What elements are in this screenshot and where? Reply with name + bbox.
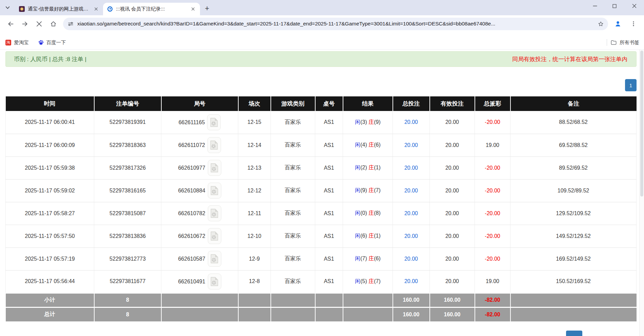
browser-menu-button[interactable] [626, 17, 641, 31]
bookmarks-divider [607, 39, 607, 46]
cell-remark: 109.52/89.52 [510, 179, 637, 202]
cell-remark: 69.52/88.52 [510, 134, 637, 156]
tab-close-icon[interactable] [92, 5, 100, 13]
bet-row: 2025-11-17 06:00:09522973818363662611072… [6, 134, 637, 156]
bet-row: 2025-11-17 05:57:19522973812773662610587… [6, 247, 637, 270]
video-replay-button[interactable] [208, 274, 221, 290]
summary-remark [510, 293, 637, 307]
summary-payout: -82.00 [475, 307, 510, 321]
cell-total-bet: 20.00 [393, 111, 430, 134]
valid-bet-notice-text: 同局有效投注，统一计算在该局第一张注单内 [512, 55, 627, 63]
video-replay-button[interactable] [207, 137, 221, 153]
video-replay-button[interactable] [208, 251, 221, 267]
result-banker-points: (9) [374, 119, 381, 125]
cell-game-type: 百家乐 [271, 247, 315, 270]
video-replay-icon [210, 140, 218, 150]
video-replay-button[interactable] [208, 160, 221, 176]
cell-game-type: 百家乐 [271, 179, 315, 202]
total-bet-link[interactable]: 20.00 [404, 165, 418, 171]
result-banker-label: 庄 [368, 187, 374, 193]
window-maximize-button[interactable] [605, 0, 624, 12]
cell-session: 12-10 [238, 225, 271, 247]
scrollbar-thumb[interactable] [640, 51, 643, 197]
summary-empty-result [343, 307, 393, 321]
total-bet-link[interactable]: 20.00 [404, 210, 418, 216]
window-close-button[interactable] [624, 0, 644, 12]
cell-round-no: 662610782 [161, 202, 238, 225]
pagination-page-1-button[interactable]: 1 [625, 79, 637, 91]
video-replay-icon [210, 186, 219, 195]
back-icon [7, 20, 14, 27]
bet-row: 2025-11-17 05:59:02522973816165662610884… [6, 179, 637, 202]
cell-result: 闲(9) 庄(7) [343, 179, 393, 202]
cell-time: 2025-11-17 05:59:02 [6, 179, 94, 202]
video-replay-button[interactable] [208, 205, 221, 221]
cell-table-no: AS1 [315, 156, 343, 179]
bet-row: 2025-11-17 05:59:38522973817326662610977… [6, 156, 637, 179]
column-header: 场次 [238, 96, 271, 111]
cell-payout: -20.00 [475, 111, 510, 134]
profile-avatar-button[interactable] [611, 17, 625, 31]
tab-close-icon[interactable] [189, 5, 197, 13]
pagination-bottom-partial-button[interactable] [566, 331, 582, 336]
total-bet-link[interactable]: 20.00 [404, 256, 418, 262]
column-header: 桌号 [315, 96, 343, 111]
video-replay-button[interactable] [208, 183, 221, 199]
column-header: 有效投注 [430, 96, 475, 111]
cell-total-bet: 20.00 [393, 179, 430, 202]
cell-time: 2025-11-17 05:57:19 [6, 247, 94, 270]
tab-tongbao[interactable]: 通宝-信誉最好的网上游戏平台 [15, 3, 103, 15]
home-button[interactable] [46, 17, 60, 31]
total-bet-link[interactable]: 20.00 [404, 233, 418, 239]
total-bet-link[interactable]: 20.00 [404, 188, 418, 193]
cell-bet-no: 522973816165 [94, 179, 161, 202]
cell-payout: -20.00 [475, 225, 510, 247]
result-player-label: 闲 [355, 142, 360, 148]
stop-loading-button[interactable] [32, 17, 46, 31]
column-header: 结果 [343, 96, 393, 111]
cell-valid-bet: 20.00 [430, 156, 475, 179]
cell-table-no: AS1 [315, 247, 343, 270]
window-minimize-button[interactable] [585, 0, 605, 12]
address-bar[interactable]: xiaotian.so/game/betrecord_search/kind3?… [63, 18, 608, 30]
result-player-points: (9) [360, 187, 368, 193]
cell-payout: -20.00 [475, 179, 510, 202]
close-icon [632, 4, 637, 8]
result-banker-label: 庄 [368, 142, 374, 148]
bookmark-taobao[interactable]: 淘 爱淘宝 [5, 39, 29, 46]
summary-empty-game [271, 293, 315, 307]
cell-valid-bet: 20.00 [430, 225, 475, 247]
total-bet-link[interactable]: 20.00 [404, 278, 418, 284]
tab-bet-record[interactable]: :::视讯 会员下注纪录::: [103, 3, 200, 15]
result-player-label: 闲 [355, 119, 360, 125]
bookmark-star-icon[interactable] [598, 21, 604, 27]
total-bet-link[interactable]: 20.00 [404, 119, 418, 125]
all-bookmarks-button[interactable]: 所有书签 [610, 39, 639, 46]
summary-total-bet: 160.00 [393, 293, 430, 307]
bookmark-baidu[interactable]: 百度一下 [38, 39, 66, 46]
summary-valid-bet: 160.00 [430, 307, 475, 321]
stop-icon [36, 21, 42, 27]
cell-bet-no: 522973812773 [94, 247, 161, 270]
tab-search-button[interactable] [0, 0, 15, 15]
bet-table-header-row: 时间注单编号局号场次游戏类别桌号结果总投注有效投注总派彩备注 [6, 96, 637, 111]
round-no-text: 662610587 [178, 256, 205, 262]
site-settings-icon[interactable] [68, 21, 74, 27]
forward-button[interactable] [18, 17, 32, 31]
page-scrollbar[interactable] [639, 50, 644, 336]
all-bookmarks-label: 所有书签 [620, 39, 639, 46]
total-bet-link[interactable]: 20.00 [404, 142, 418, 148]
result-banker-points: (8) [374, 210, 381, 216]
cell-round-no: 662610672 [161, 225, 238, 247]
result-banker-points: (6) [374, 142, 381, 148]
new-tab-button[interactable]: + [202, 3, 212, 14]
cell-total-bet: 20.00 [393, 225, 430, 247]
column-header: 局号 [161, 96, 238, 111]
tongbao-favicon-icon [19, 6, 25, 12]
back-button[interactable] [3, 17, 18, 31]
summary-empty-game [271, 307, 315, 321]
cell-game-type: 百家乐 [271, 111, 315, 134]
video-replay-button[interactable] [207, 114, 221, 130]
video-replay-button[interactable] [208, 228, 221, 244]
cell-table-no: AS1 [315, 270, 343, 293]
